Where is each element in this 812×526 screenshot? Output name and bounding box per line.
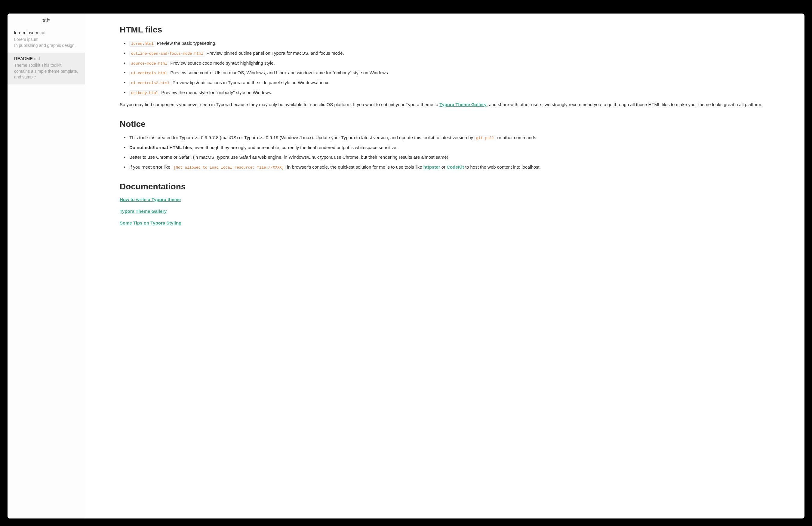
code-inline: lorem.html	[129, 41, 156, 47]
heading-notice: Notice	[120, 119, 406, 129]
list-item-text: Preview some control UIs on macOS, Windo…	[169, 70, 389, 75]
list-item: ui-controls.html Preview some control UI…	[124, 70, 406, 76]
file-preview-line: In publishing and graphic design,	[14, 43, 76, 48]
text: This toolkit is created for Typora >= 0.…	[129, 135, 406, 140]
file-ext: .md	[33, 56, 40, 61]
paragraph: So you may find components you never see…	[120, 101, 406, 108]
file-ext: .md	[38, 30, 45, 35]
file-preview: Lorem ipsum In publishing and graphic de…	[14, 37, 78, 48]
code-inline: unibody.html	[129, 90, 160, 96]
doc-link-tips-styling[interactable]: Some Tips on Typora Styling	[120, 220, 406, 225]
sidebar-header: 文档	[8, 14, 85, 27]
list-item: lorem.html Preview the basic typesetting…	[124, 40, 406, 47]
list-item-text: Preview the menu style for "unibody" sty…	[160, 90, 272, 95]
sidebar: 文档 lorem-ipsum.md Lorem ipsum In publish…	[8, 14, 85, 263]
list-item: unibody.html Preview the menu style for …	[124, 89, 406, 96]
content-area[interactable]: HTML files lorem.html Preview the basic …	[85, 14, 406, 263]
file-basename: lorem-ipsum	[14, 30, 38, 35]
code-inline: outline-open-and-focus-mode.html	[129, 51, 205, 57]
doc-link-how-to-write[interactable]: How to write a Typora theme	[120, 197, 406, 202]
text: in browser's console, the quickest solut…	[286, 164, 406, 169]
list-item-text: Preview tips/notifications in Typora and…	[171, 80, 330, 85]
file-item-lorem-ipsum[interactable]: lorem-ipsum.md Lorem ipsum In publishing…	[8, 27, 85, 52]
list-item: ui-controls2.html Preview tips/notificat…	[124, 79, 406, 86]
html-files-list: lorem.html Preview the basic typesetting…	[124, 40, 406, 96]
list-item: source-mode.html Preview source code mod…	[124, 60, 406, 67]
bold-text: Do not edit/format HTML files	[129, 145, 192, 150]
code-inline: ui-controls2.html	[129, 80, 171, 86]
file-preview-line: Lorem ipsum	[14, 37, 39, 42]
text: , even though they are ugly and unreadab…	[192, 145, 397, 150]
heading-html-files: HTML files	[120, 25, 406, 34]
list-item: This toolkit is created for Typora >= 0.…	[124, 134, 406, 141]
text: If you meet error like	[129, 164, 172, 169]
file-preview: Theme Toolkit This toolkit contains a si…	[14, 62, 78, 80]
code-inline: ui-controls.html	[129, 71, 169, 76]
list-item: If you meet error like [Not allowed to l…	[124, 164, 406, 171]
doc-link-theme-gallery[interactable]: Typora Theme Gallery	[120, 209, 406, 214]
notice-list: This toolkit is created for Typora >= 0.…	[124, 134, 406, 171]
list-item-text: Preview source code mode syntax highligh…	[169, 60, 275, 65]
list-item: Do not edit/format HTML files, even thou…	[124, 144, 406, 151]
list-item-text: Preview the basic typesetting.	[156, 41, 217, 46]
code-inline: [Not allowed to load local resource: fil…	[172, 165, 286, 170]
app-window: 文档 lorem-ipsum.md Lorem ipsum In publish…	[8, 14, 406, 263]
text: So you may find components you never see…	[120, 102, 406, 107]
list-item: outline-open-and-focus-mode.html Preview…	[124, 50, 406, 57]
file-item-readme[interactable]: README.md Theme Toolkit This toolkit con…	[8, 52, 85, 85]
file-name: README.md	[14, 56, 78, 61]
file-name: lorem-ipsum.md	[14, 30, 78, 35]
code-inline: source-mode.html	[129, 61, 169, 66]
list-item-text: Preview pinned outline panel on Typora f…	[205, 50, 344, 56]
file-basename: README	[14, 56, 33, 61]
heading-documentations: Documentations	[120, 182, 406, 192]
list-item: Better to use Chrome or Safari. (in macO…	[124, 154, 406, 161]
